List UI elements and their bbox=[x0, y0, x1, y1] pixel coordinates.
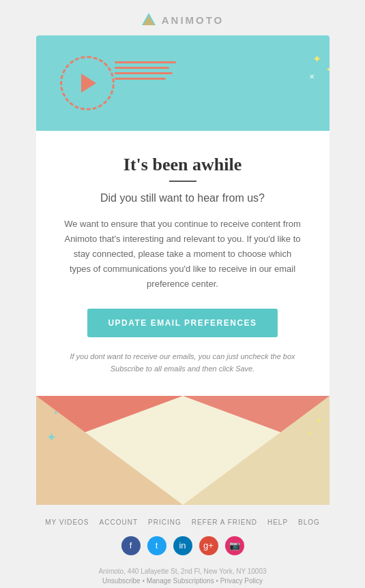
footer: MY VIDEOS ACCOUNT PRICING REFER A FRIEND… bbox=[36, 505, 330, 588]
star-icon: ✦ bbox=[312, 52, 321, 65]
main-title: It's been awhile bbox=[63, 155, 302, 175]
teal-banner: ✦ ✦ ✧ ✕ bbox=[36, 35, 330, 131]
envelope-star-left: ✦ bbox=[46, 430, 57, 445]
subtitle: Did you still want to hear from us? bbox=[63, 192, 302, 204]
sparkle-icon: ✦ bbox=[326, 66, 330, 73]
footer-nav-blog[interactable]: BLOG bbox=[298, 519, 320, 526]
cta-button[interactable]: UPDATE EMAIL PREFERENCES bbox=[87, 309, 277, 337]
footer-nav-referafriend[interactable]: REFER A FRIEND bbox=[192, 519, 257, 526]
cross-icon: ✕ bbox=[309, 73, 315, 80]
googleplus-icon[interactable]: g+ bbox=[199, 536, 218, 555]
envelope-decoration: ✦ ✦ ✦ ✦ bbox=[36, 396, 330, 505]
main-content: It's been awhile Did you still want to h… bbox=[36, 131, 330, 396]
stamp-decoration bbox=[57, 49, 125, 117]
twitter-icon[interactable]: t bbox=[147, 536, 166, 555]
envelope-star-right: ✦ bbox=[316, 416, 323, 426]
linkedin-icon[interactable]: in bbox=[173, 536, 192, 555]
logo-text: ANIMOTO bbox=[162, 14, 224, 26]
facebook-icon[interactable]: f bbox=[121, 536, 141, 555]
footer-address: Animoto, 440 Lafayette St, 2nd Fl, New Y… bbox=[43, 566, 323, 577]
stamp-circle bbox=[60, 56, 115, 110]
envelope-bottom-right bbox=[183, 396, 330, 505]
social-icons-row: f t in g+ 📷 bbox=[43, 536, 323, 555]
footer-nav: MY VIDEOS ACCOUNT PRICING REFER A FRIEND… bbox=[43, 519, 323, 526]
footer-nav-pricing[interactable]: PRICING bbox=[148, 519, 181, 526]
footer-nav-help[interactable]: HELP bbox=[267, 519, 288, 526]
title-underline bbox=[169, 181, 196, 182]
manage-subscriptions-link[interactable]: Manage Subscriptions bbox=[147, 577, 214, 585]
footer-nav-myvideos[interactable]: MY VIDEOS bbox=[45, 519, 89, 526]
play-icon bbox=[81, 74, 96, 93]
body-text: We want to ensure that you continue to r… bbox=[63, 217, 302, 292]
disclaimer-text: If you dont want to receive our emails, … bbox=[63, 351, 302, 375]
envelope-body: ✦ ✦ ✦ ✦ bbox=[36, 396, 330, 505]
header: ANIMOTO bbox=[0, 0, 365, 35]
unsubscribe-link[interactable]: Unsubscribe bbox=[102, 577, 141, 585]
privacy-policy-link[interactable]: Privacy Policy bbox=[220, 577, 263, 585]
animoto-logo-icon bbox=[141, 12, 156, 27]
envelope-star-teal: ✦ bbox=[53, 409, 59, 416]
footer-links: Unsubscribe • Manage Subscriptions • Pri… bbox=[43, 577, 323, 585]
footer-nav-account[interactable]: ACCOUNT bbox=[100, 519, 138, 526]
envelope-sparkle-right: ✦ bbox=[308, 430, 312, 436]
stamp-lines bbox=[115, 61, 176, 83]
instagram-icon[interactable]: 📷 bbox=[225, 536, 244, 555]
